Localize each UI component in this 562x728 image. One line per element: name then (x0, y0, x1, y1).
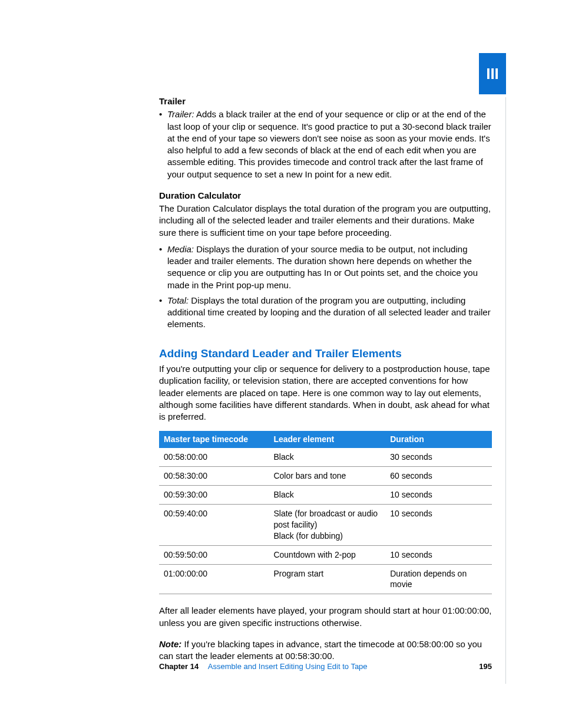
section-heading: Adding Standard Leader and Trailer Eleme… (159, 346, 492, 361)
cell-duration: 10 seconds (385, 486, 492, 505)
table-row: 01:00:00:00 Program start Duration depen… (159, 564, 492, 594)
page-footer: Chapter 14 Assemble and Insert Editing U… (159, 662, 492, 671)
cell-element: Color bars and tone (269, 467, 385, 486)
body-text: After all leader elements have played, y… (159, 605, 492, 629)
note-paragraph: Note: If you're blacking tapes in advanc… (159, 638, 492, 663)
body-text: If you're outputting your clip or sequen… (159, 363, 492, 423)
table-header-row: Master tape timecode Leader element Dura… (159, 431, 492, 448)
cell-element: Black (269, 486, 385, 505)
part-badge: III (479, 53, 506, 94)
cell-element: Countdown with 2-pop (269, 545, 385, 564)
col-header-element: Leader element (269, 431, 385, 448)
cell-duration: 30 seconds (385, 448, 492, 466)
cell-element: Slate (for broadcast or audio post facil… (269, 504, 385, 545)
cell-timecode: 00:58:30:00 (159, 467, 269, 486)
footer-left: Chapter 14 Assemble and Insert Editing U… (159, 662, 368, 671)
page-number: 195 (479, 662, 492, 671)
list-item: Total: Displays the total duration of th… (159, 295, 492, 331)
run-in-term: Media: (167, 244, 194, 254)
col-header-timecode: Master tape timecode (159, 431, 269, 448)
duration-list: Media: Displays the duration of your sou… (159, 243, 492, 331)
cell-duration: 60 seconds (385, 467, 492, 486)
body-text: If you're blacking tapes in advance, sta… (159, 639, 482, 661)
duration-heading: Duration Calculator (159, 190, 492, 202)
page-right-rule (505, 97, 506, 684)
cell-timecode: 01:00:00:00 (159, 564, 269, 594)
cell-duration: 10 seconds (385, 545, 492, 564)
run-in-term: Trailer: (167, 109, 194, 119)
list-item: Media: Displays the duration of your sou… (159, 243, 492, 291)
body-text: Displays the duration of your source med… (167, 244, 478, 290)
body-text: Displays the total duration of the progr… (167, 295, 491, 330)
cell-timecode: 00:58:00:00 (159, 448, 269, 466)
cell-timecode: 00:59:40:00 (159, 504, 269, 545)
trailer-list: Trailer: Adds a black trailer at the end… (159, 108, 492, 180)
cell-timecode: 00:59:30:00 (159, 486, 269, 505)
table-row: 00:59:50:00 Countdown with 2-pop 10 seco… (159, 545, 492, 564)
leader-table: Master tape timecode Leader element Dura… (159, 431, 492, 594)
table-row: 00:58:00:00 Black 30 seconds (159, 448, 492, 466)
table-row: 00:58:30:00 Color bars and tone 60 secon… (159, 467, 492, 486)
cell-element: Black (269, 448, 385, 466)
run-in-term: Total: (167, 295, 189, 305)
note-label: Note: (159, 639, 181, 649)
body-text: Adds a black trailer at the end of your … (167, 109, 491, 179)
col-header-duration: Duration (385, 431, 492, 448)
chapter-label: Chapter 14 (159, 662, 199, 671)
chapter-title: Assemble and Insert Editing Using Edit t… (208, 662, 368, 671)
page-content: Trailer Trailer: Adds a black trailer at… (159, 95, 492, 662)
cell-timecode: 00:59:50:00 (159, 545, 269, 564)
table-row: 00:59:30:00 Black 10 seconds (159, 486, 492, 505)
list-item: Trailer: Adds a black trailer at the end… (159, 108, 492, 180)
cell-element: Program start (269, 564, 385, 594)
body-text: The Duration Calculator displays the tot… (159, 203, 492, 239)
table-row: 00:59:40:00 Slate (for broadcast or audi… (159, 504, 492, 545)
cell-duration: 10 seconds (385, 504, 492, 545)
trailer-heading: Trailer (159, 95, 492, 107)
cell-duration: Duration depends on movie (385, 564, 492, 594)
